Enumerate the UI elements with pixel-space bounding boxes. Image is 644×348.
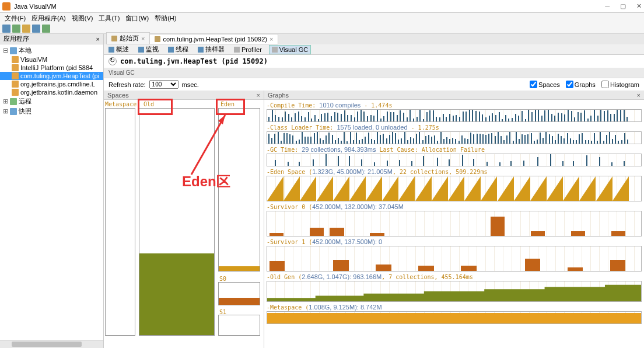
editor-tabs: 起始页× com.tuling.jvm.HeapTest (pid 15092)… — [104, 34, 644, 44]
graphs-pane: Graphs× -Compile Time: 1010 compiles - 1… — [264, 91, 644, 348]
graph-title: -Metaspace (1.008G, 9.125M): 8.742M — [267, 303, 642, 311]
subtab-overview[interactable]: 概述 — [106, 44, 131, 54]
spaces-title: Spaces — [107, 92, 129, 99]
menu-file[interactable]: 文件(F) — [5, 14, 26, 23]
graph-title: -Survivor 1 (452.000M, 137.500M): 0 — [267, 238, 642, 246]
tree-node-jps: org.jetbrains.jps.cmdline.L — [0, 80, 103, 88]
check-histogram[interactable]: Histogram — [601, 81, 639, 88]
graph-classloader — [267, 131, 642, 144]
menu-view[interactable]: 视图(V) — [72, 14, 93, 23]
window-titlebar: Java VisualVM ─ ▢ ✕ — [0, 0, 644, 13]
tree-node-visualvm: VisualVM — [0, 55, 103, 64]
process-header: com.tuling.jvm.HeapTest (pid 15092) — [104, 55, 644, 68]
refresh-unit: msec. — [182, 81, 199, 88]
refresh-label: Refresh rate: — [108, 81, 146, 88]
refresh-select[interactable]: 100 — [149, 80, 178, 89]
toolbar-icon-4[interactable] — [32, 25, 40, 33]
content-area: 起始页× com.tuling.jvm.HeapTest (pid 15092)… — [104, 34, 644, 348]
graph-title: -GC Time: 29 collections, 984.393ms Last… — [267, 145, 642, 154]
minimize-button[interactable]: ─ — [605, 2, 610, 10]
graph-eden — [267, 176, 642, 201]
toolbar-icon-5[interactable] — [42, 25, 50, 33]
menu-tools[interactable]: 工具(T) — [99, 14, 120, 23]
sub-tabs: 概述 监视 线程 抽样器 Profiler Visual GC — [104, 44, 644, 55]
sidebar-tab-close-icon[interactable]: × — [96, 36, 100, 43]
graph-title: -Old Gen (2.648G, 1.047G): 963.166M, 7 c… — [267, 273, 642, 281]
graph-title: -Compile Time: 1010 compiles - 1.474s — [267, 101, 642, 109]
label-metaspace: Metaspace — [105, 101, 136, 107]
tab-start[interactable]: 起始页× — [106, 32, 150, 44]
graph-title: -Survivor 0 (452.000M, 132.000M): 37.045… — [267, 203, 642, 211]
annotation-old-box — [138, 99, 173, 115]
tree-node-heaptest: com.tuling.jvm.HeapTest (pi — [0, 72, 103, 80]
application-tree[interactable]: ⊟本地 VisualVM IntelliJ Platform (pid 5884… — [0, 44, 103, 340]
tree-node-local: ⊟本地 — [0, 46, 103, 55]
graph-compile — [267, 109, 642, 122]
process-title: com.tuling.jvm.HeapTest (pid 15092) — [120, 57, 268, 65]
subtab-threads[interactable]: 线程 — [166, 44, 191, 54]
toolbar-icon-3[interactable] — [22, 25, 30, 33]
graph-metaspace — [267, 311, 642, 324]
s1-box — [218, 315, 260, 336]
sidebar-tab[interactable]: 应用程序 × — [0, 34, 103, 44]
graphs-close-icon[interactable]: × — [637, 92, 640, 99]
s0-fill — [219, 298, 260, 305]
spaces-pane: Spaces× Metaspace Old Eden S0 S1 — [104, 91, 264, 348]
refresh-icon[interactable] — [108, 57, 117, 65]
tree-node-kotlin: org.jetbrains.kotlin.daemon — [0, 88, 103, 96]
graph-title: -Eden Space (1.323G, 45.000M): 21.005M, … — [267, 168, 642, 176]
toolbar-icon-1[interactable] — [2, 25, 10, 33]
old-fill — [139, 253, 214, 335]
s0-box — [218, 282, 260, 305]
subtab-profiler[interactable]: Profiler — [232, 46, 264, 54]
menu-help[interactable]: 帮助(H) — [155, 14, 176, 23]
close-button[interactable]: ✕ — [636, 2, 642, 10]
check-graphs[interactable]: Graphs — [566, 81, 596, 88]
graph-gc — [267, 154, 642, 166]
menu-window[interactable]: 窗口(W) — [125, 14, 149, 23]
tab-heaptest[interactable]: com.tuling.jvm.HeapTest (pid 15092)× — [149, 34, 278, 44]
menu-application[interactable]: 应用程序(A) — [32, 14, 66, 23]
annotation-arrow — [180, 110, 238, 180]
app-icon — [2, 2, 10, 11]
subtab-visualgc[interactable]: Visual GC — [269, 45, 311, 54]
label-s0: S0 — [219, 276, 226, 282]
check-spaces[interactable]: Spaces — [530, 81, 560, 88]
maximize-button[interactable]: ▢ — [620, 2, 626, 10]
tab-close-icon[interactable]: × — [141, 35, 145, 42]
graph-oldgen — [267, 281, 642, 302]
subtab-sampler[interactable]: 抽样器 — [195, 44, 227, 54]
window-title: Java VisualVM — [14, 3, 605, 10]
sidebar: 应用程序 × ⊟本地 VisualVM IntelliJ Platform (p… — [0, 34, 104, 348]
toolbar-icon-2[interactable] — [12, 25, 20, 33]
menubar: 文件(F) 应用程序(A) 视图(V) 工具(T) 窗口(W) 帮助(H) — [0, 13, 644, 23]
sidebar-tab-label: 应用程序 — [4, 34, 29, 43]
sidebar-scrollbar[interactable] — [0, 340, 103, 348]
svg-line-0 — [191, 115, 225, 175]
visualgc-label: Visual GC — [104, 68, 644, 78]
tree-node-remote: ⊞远程 — [0, 96, 103, 106]
graphs-title: Graphs — [268, 92, 289, 99]
tab-close-icon[interactable]: × — [270, 36, 273, 43]
svg-marker-1 — [218, 115, 225, 124]
graph-title: -Class Loader Time: 1575 loaded, 0 unloa… — [267, 123, 642, 131]
toolbar — [0, 23, 644, 34]
subtab-monitor[interactable]: 监视 — [136, 44, 161, 54]
graph-s0 — [267, 211, 642, 236]
tree-node-intellij: IntelliJ Platform (pid 5884 — [0, 64, 103, 72]
metaspace-box — [105, 108, 135, 336]
tree-node-snapshot: ⊞快照 — [0, 106, 103, 116]
spaces-body: Metaspace Old Eden S0 S1 — [104, 100, 264, 348]
spaces-close-icon[interactable]: × — [257, 92, 260, 99]
graph-s1 — [267, 246, 642, 272]
eden-fill — [219, 266, 260, 271]
